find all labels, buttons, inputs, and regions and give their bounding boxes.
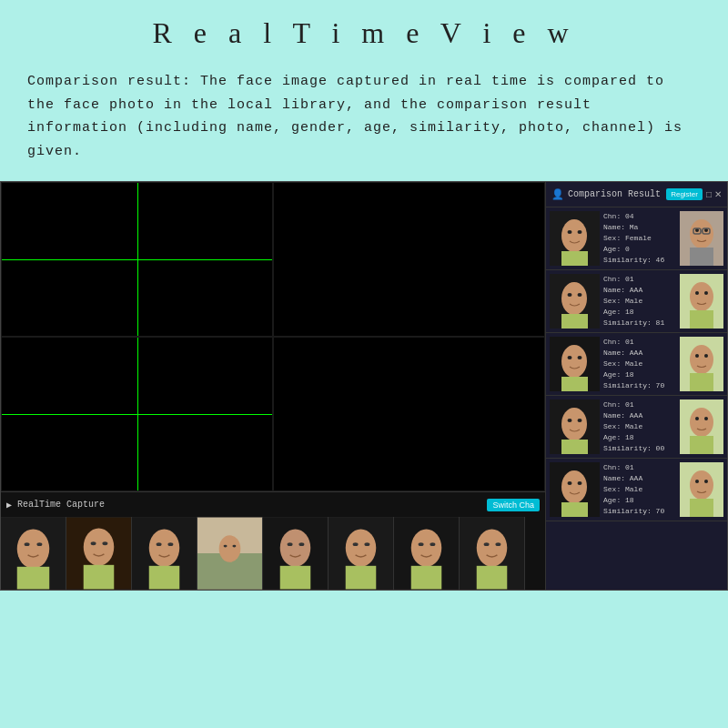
close-button[interactable]: ✕ bbox=[714, 189, 722, 199]
similarity-2: Similarity: 81 bbox=[603, 318, 676, 329]
svg-rect-52 bbox=[690, 248, 713, 266]
video-cell-top-left bbox=[1, 182, 273, 337]
name-4: Name: AAA bbox=[603, 410, 676, 421]
svg-point-2 bbox=[25, 542, 30, 546]
thumbnail-8[interactable] bbox=[460, 517, 525, 590]
svg-point-70 bbox=[695, 354, 699, 358]
svg-point-74 bbox=[561, 408, 587, 440]
captured-face-4 bbox=[550, 399, 600, 454]
comparison-header: 👤 Comparison Result Register □ ✕ bbox=[546, 182, 727, 207]
svg-point-71 bbox=[704, 354, 708, 358]
svg-point-75 bbox=[568, 419, 572, 422]
comparison-title: Comparison Result bbox=[568, 189, 666, 199]
svg-point-3 bbox=[36, 542, 42, 546]
svg-point-11 bbox=[149, 529, 180, 566]
svg-point-79 bbox=[690, 408, 713, 437]
svg-rect-14 bbox=[149, 566, 180, 590]
comparison-item-2[interactable]: Chn: 01 Name: AAA Sex: Male Age: 18 Simi… bbox=[546, 270, 727, 333]
main-area: ▶ RealTime Capture Switch Cha bbox=[1, 182, 727, 590]
age-1: Age: 0 bbox=[603, 244, 676, 255]
svg-point-33 bbox=[430, 542, 435, 546]
svg-point-81 bbox=[704, 417, 708, 420]
svg-point-59 bbox=[690, 282, 713, 311]
comparison-panel: 👤 Comparison Result Register □ ✕ bbox=[545, 182, 727, 590]
capture-label: RealTime Capture bbox=[17, 500, 487, 510]
minimize-button[interactable]: □ bbox=[706, 189, 712, 199]
sex-4: Sex: Male bbox=[603, 421, 676, 432]
svg-point-69 bbox=[690, 345, 713, 374]
svg-point-23 bbox=[298, 542, 304, 546]
comparison-item-4[interactable]: Chn: 01 Name: AAA Sex: Male Age: 18 Simi… bbox=[546, 396, 727, 459]
switch-channel-button[interactable]: Switch Cha bbox=[487, 499, 540, 511]
svg-rect-67 bbox=[561, 377, 588, 391]
svg-point-55 bbox=[568, 293, 572, 297]
comparison-item-1[interactable]: Chn: 04 Name: Ma Sex: Female Age: 0 Simi… bbox=[546, 207, 727, 270]
thumbnail-7[interactable] bbox=[394, 517, 460, 590]
name-3: Name: AAA bbox=[603, 348, 676, 359]
svg-rect-87 bbox=[561, 502, 588, 517]
sex-2: Sex: Male bbox=[603, 296, 676, 307]
svg-point-42 bbox=[568, 230, 572, 234]
svg-point-80 bbox=[695, 417, 699, 420]
svg-rect-92 bbox=[690, 499, 713, 517]
svg-point-31 bbox=[411, 529, 442, 566]
svg-point-22 bbox=[288, 542, 293, 546]
captured-face-3 bbox=[550, 337, 600, 391]
thumbnail-5[interactable] bbox=[263, 517, 329, 590]
register-button[interactable]: Register bbox=[666, 188, 703, 200]
svg-point-66 bbox=[578, 356, 582, 359]
capture-bar: ▶ RealTime Capture Switch Cha bbox=[1, 491, 545, 517]
age-2: Age: 18 bbox=[603, 307, 676, 318]
camera-icon: ▶ bbox=[6, 500, 12, 511]
comparison-item-3[interactable]: Chn: 01 Name: AAA Sex: Male Age: 18 Simi… bbox=[546, 333, 727, 396]
svg-point-38 bbox=[495, 542, 500, 546]
video-cell-top-right bbox=[273, 182, 545, 337]
thumbnail-2[interactable] bbox=[66, 517, 132, 590]
svg-point-85 bbox=[568, 481, 572, 485]
captured-face-2 bbox=[550, 274, 600, 329]
sex-1: Sex: Female bbox=[603, 233, 676, 244]
comparison-info-2: Chn: 01 Name: AAA Sex: Male Age: 18 Simi… bbox=[600, 274, 680, 329]
svg-point-6 bbox=[84, 528, 115, 565]
library-photo-1 bbox=[680, 211, 723, 266]
svg-point-43 bbox=[578, 230, 582, 234]
svg-rect-82 bbox=[690, 436, 713, 454]
svg-point-17 bbox=[219, 535, 241, 562]
library-photo-3 bbox=[680, 337, 723, 391]
chn-3: Chn: 01 bbox=[603, 337, 676, 348]
svg-point-1 bbox=[17, 529, 50, 568]
svg-rect-39 bbox=[477, 566, 508, 590]
comparison-info-5: Chn: 01 Name: AAA Sex: Male Age: 18 Simi… bbox=[600, 462, 680, 517]
sex-5: Sex: Male bbox=[603, 484, 676, 495]
crosshair-vertical bbox=[137, 183, 138, 336]
person-icon: 👤 bbox=[551, 188, 564, 200]
thumbnail-1[interactable] bbox=[1, 517, 66, 590]
similarity-5: Similarity: 70 bbox=[603, 506, 676, 517]
svg-point-26 bbox=[346, 529, 377, 566]
chn-1: Chn: 04 bbox=[603, 211, 676, 222]
svg-point-37 bbox=[484, 542, 490, 546]
name-5: Name: AAA bbox=[603, 473, 676, 484]
chn-5: Chn: 01 bbox=[603, 462, 676, 473]
thumbnail-strip bbox=[1, 517, 545, 590]
page-title: R e a l T i m e V i e w bbox=[0, 16, 728, 50]
window-controls: □ ✕ bbox=[706, 189, 722, 199]
svg-point-56 bbox=[578, 293, 582, 297]
comparison-item-5[interactable]: Chn: 01 Name: AAA Sex: Male Age: 18 Simi… bbox=[546, 459, 727, 521]
captured-face-1 bbox=[550, 211, 600, 266]
similarity-1: Similarity: 46 bbox=[603, 255, 676, 266]
thumbnail-4[interactable] bbox=[197, 517, 263, 590]
svg-rect-34 bbox=[411, 566, 442, 590]
similarity-3: Similarity: 70 bbox=[603, 380, 676, 391]
thumbnail-6[interactable] bbox=[329, 517, 394, 590]
name-2: Name: AAA bbox=[603, 285, 676, 296]
svg-point-32 bbox=[419, 542, 424, 546]
svg-point-19 bbox=[232, 545, 236, 548]
similarity-4: Similarity: 00 bbox=[603, 443, 676, 454]
video-cell-bottom-left bbox=[1, 337, 273, 491]
svg-rect-44 bbox=[561, 251, 588, 266]
svg-point-76 bbox=[578, 419, 582, 422]
thumbnail-3[interactable] bbox=[132, 517, 197, 590]
age-4: Age: 18 bbox=[603, 432, 676, 443]
svg-point-7 bbox=[91, 541, 96, 545]
